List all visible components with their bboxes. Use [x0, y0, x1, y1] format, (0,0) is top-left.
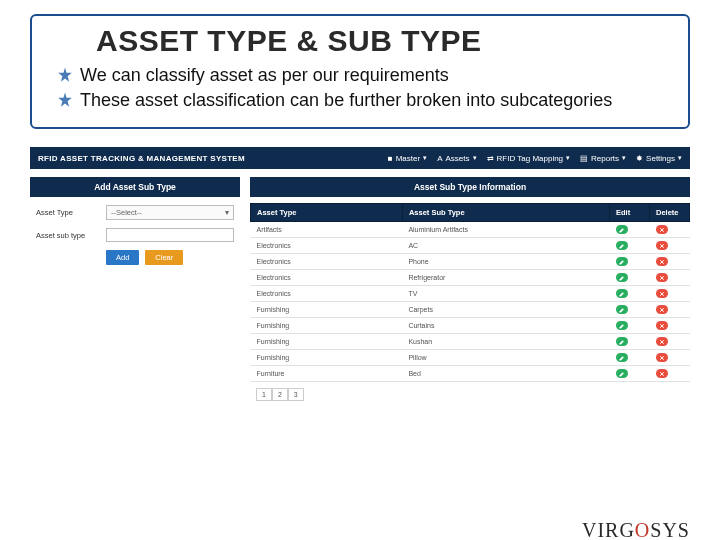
edit-button[interactable] [616, 369, 628, 378]
brand-label: RFID ASSET TRACKING & MANAGEMENT SYSTEM [38, 154, 245, 163]
cell-type: Furnishing [251, 350, 403, 366]
col-edit: Edit [610, 204, 650, 222]
cell-subtype: TV [402, 286, 609, 302]
svg-marker-0 [58, 68, 72, 82]
nav-assets[interactable]: A Assets ▾ [437, 154, 476, 163]
cell-type: Electronics [251, 254, 403, 270]
chevron-down-icon: ▾ [622, 154, 626, 162]
panel-header: Add Asset Sub Type [30, 177, 240, 197]
top-nav: RFID ASSET TRACKING & MANAGEMENT SYSTEM … [30, 147, 690, 169]
delete-button[interactable] [656, 337, 668, 346]
star-icon [56, 91, 74, 109]
asset-subtype-input[interactable] [106, 228, 234, 242]
app-screenshot: RFID ASSET TRACKING & MANAGEMENT SYSTEM … [30, 147, 690, 401]
chevron-down-icon: ▾ [423, 154, 427, 162]
nav-settings[interactable]: ✸ Settings ▾ [636, 154, 682, 163]
table-row: ElectronicsTV [251, 286, 690, 302]
cell-type: Electronics [251, 286, 403, 302]
cell-subtype: Kushan [402, 334, 609, 350]
cell-subtype: Curtains [402, 318, 609, 334]
cell-type: Artifacts [251, 222, 403, 238]
table-row: FurnishingCurtains [251, 318, 690, 334]
info-panel: Asset Sub Type Information Asset Type As… [250, 177, 690, 401]
bullet-item: We can classify asset as per our require… [56, 64, 670, 87]
add-button[interactable]: Add [106, 250, 139, 265]
bullet-text: We can classify asset as per our require… [80, 64, 449, 87]
page-2[interactable]: 2 [272, 388, 288, 401]
subtype-table: Asset Type Asset Sub Type Edit Delete Ar… [250, 203, 690, 382]
delete-button[interactable] [656, 257, 668, 266]
table-row: FurnitureBed [251, 366, 690, 382]
table-row: ElectronicsAC [251, 238, 690, 254]
chevron-down-icon: ▾ [566, 154, 570, 162]
add-panel: Add Asset Sub Type Asset Type --Select--… [30, 177, 240, 401]
edit-button[interactable] [616, 273, 628, 282]
cell-type: Electronics [251, 238, 403, 254]
col-asset-subtype: Asset Sub Type [402, 204, 609, 222]
bullet-text: These asset classification can be furthe… [80, 89, 612, 112]
edit-button[interactable] [616, 353, 628, 362]
chevron-down-icon: ▾ [473, 154, 477, 162]
asset-type-select[interactable]: --Select--▾ [106, 205, 234, 220]
cell-type: Furniture [251, 366, 403, 382]
bullet-item: These asset classification can be furthe… [56, 89, 670, 112]
panel-header: Asset Sub Type Information [250, 177, 690, 197]
star-icon [56, 66, 74, 84]
delete-button[interactable] [656, 273, 668, 282]
delete-button[interactable] [656, 225, 668, 234]
table-row: ElectronicsRefrigerator [251, 270, 690, 286]
page-3[interactable]: 3 [288, 388, 304, 401]
delete-button[interactable] [656, 305, 668, 314]
cell-type: Furnishing [251, 334, 403, 350]
cell-subtype: Aluminium Artifacts [402, 222, 609, 238]
edit-button[interactable] [616, 241, 628, 250]
col-asset-type: Asset Type [251, 204, 403, 222]
edit-button[interactable] [616, 225, 628, 234]
table-row: ArtifactsAluminium Artifacts [251, 222, 690, 238]
page-1[interactable]: 1 [256, 388, 272, 401]
cell-subtype: Pillow [402, 350, 609, 366]
label-asset-type: Asset Type [36, 208, 106, 217]
edit-button[interactable] [616, 337, 628, 346]
cell-type: Furnishing [251, 318, 403, 334]
delete-button[interactable] [656, 241, 668, 250]
delete-button[interactable] [656, 289, 668, 298]
clear-button[interactable]: Clear [145, 250, 183, 265]
cell-subtype: Refrigerator [402, 270, 609, 286]
edit-button[interactable] [616, 321, 628, 330]
edit-button[interactable] [616, 305, 628, 314]
table-row: FurnishingKushan [251, 334, 690, 350]
cell-subtype: AC [402, 238, 609, 254]
logo: VIRGOSYS [582, 519, 690, 540]
cell-type: Electronics [251, 270, 403, 286]
nav-rfid[interactable]: ⇄ RFID Tag Mapping ▾ [487, 154, 571, 163]
edit-button[interactable] [616, 257, 628, 266]
delete-button[interactable] [656, 369, 668, 378]
title-box: ASSET TYPE & SUB TYPE We can classify as… [30, 14, 690, 129]
edit-button[interactable] [616, 289, 628, 298]
cell-type: Furnishing [251, 302, 403, 318]
table-row: FurnishingCarpets [251, 302, 690, 318]
cell-subtype: Phone [402, 254, 609, 270]
page-title: ASSET TYPE & SUB TYPE [96, 24, 670, 58]
delete-button[interactable] [656, 321, 668, 330]
cell-subtype: Bed [402, 366, 609, 382]
nav-master[interactable]: ■ Master ▾ [388, 154, 427, 163]
delete-button[interactable] [656, 353, 668, 362]
table-row: ElectronicsPhone [251, 254, 690, 270]
nav-reports[interactable]: ▤ Reports ▾ [580, 154, 626, 163]
svg-marker-1 [58, 92, 72, 106]
chevron-down-icon: ▾ [678, 154, 682, 162]
chevron-down-icon: ▾ [225, 208, 229, 217]
bullet-list: We can classify asset as per our require… [50, 64, 670, 111]
cell-subtype: Carpets [402, 302, 609, 318]
table-row: FurnishingPillow [251, 350, 690, 366]
pagination: 1 2 3 [256, 388, 690, 401]
label-asset-subtype: Asset sub type [36, 231, 106, 240]
col-delete: Delete [650, 204, 690, 222]
